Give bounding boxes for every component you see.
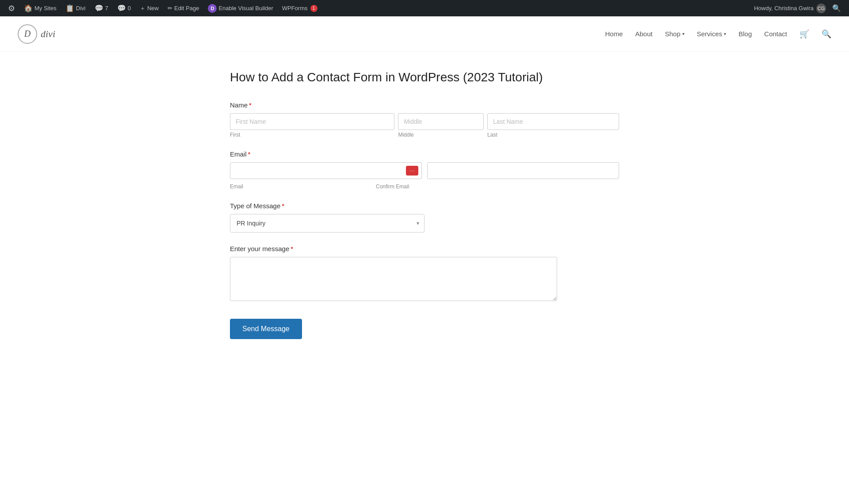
spam-link[interactable]: 💬 0 [114,0,134,16]
confirm-email-input[interactable] [427,162,619,179]
name-label-text: Name [230,101,248,109]
nav-blog[interactable]: Blog [738,30,752,38]
avatar: CG [816,4,826,13]
nav-contact-label: Contact [764,30,787,38]
wpforms-badge: 1 [310,5,317,12]
nav-services[interactable]: Services ▾ [697,30,727,38]
type-required-star: * [282,202,284,210]
nav-home-label: Home [605,30,623,38]
services-chevron-icon: ▾ [724,31,726,36]
email-section: Email* ··· Email Confirm Email [230,150,619,190]
nav-services-label: Services [697,30,723,38]
email-autofill-icon: ··· [409,168,415,173]
nav-blog-label: Blog [738,30,752,38]
first-sublabel: First [230,132,394,138]
comments-icon: 💬 [95,4,103,12]
comments-count: 7 [105,5,108,11]
nav-about[interactable]: About [635,30,652,38]
site-logo[interactable]: D divi [18,24,55,44]
divi-circle-icon: D [208,4,217,13]
last-name-wrap: Last [487,113,619,138]
last-name-input[interactable] [487,113,619,130]
message-label-text: Enter your message [230,245,289,252]
divi-icon: 📋 [65,4,74,12]
edit-page-label: Edit Page [174,5,199,11]
email-label: Email* [230,150,619,158]
confirm-email-wrap [427,162,619,179]
page-title: How to Add a Contact Form in WordPress (… [230,69,619,85]
wp-logo-link[interactable]: ⚙ [4,0,19,16]
wpforms-link[interactable]: WPForms 1 [279,0,321,16]
email-field-wrap: ··· [230,162,422,179]
spam-icon: 💬 [117,4,126,12]
type-select-wrap: PR Inquiry General Inquiry Support ▾ [230,214,424,233]
middle-sublabel: Middle [398,132,484,138]
new-link[interactable]: ＋ New [136,0,162,16]
divi-link[interactable]: 📋 Divi [62,0,89,16]
name-fields-row: First Middle Last [230,113,619,138]
last-sublabel: Last [487,132,619,138]
cart-icon[interactable]: 🛒 [799,29,809,39]
shop-chevron-icon: ▾ [682,31,685,36]
contact-form: Name* First Middle Last Email* [230,101,619,339]
type-label-text: Type of Message [230,202,280,210]
email-label-text: Email [230,150,247,158]
admin-search-icon[interactable]: 🔍 [829,4,845,12]
name-required-star: * [249,101,252,109]
user-greeting: Howdy, Christina Gwira [754,5,814,11]
new-label: New [147,5,159,11]
nav-about-label: About [635,30,652,38]
logo-circle: D [18,24,37,44]
main-nav: Home About Shop ▾ Services ▾ Blog Contac… [605,29,831,39]
email-sublabels: Email Confirm Email [230,182,522,190]
divi-label: Divi [76,5,86,11]
search-icon[interactable]: 🔍 [822,29,831,39]
nav-shop-label: Shop [665,30,681,38]
wp-logo-icon: ⚙ [8,4,15,13]
my-sites-link[interactable]: 🏠 My Sites [20,0,60,16]
site-header: D divi Home About Shop ▾ Services ▾ Blog… [0,16,849,52]
message-required-star: * [291,245,293,252]
email-fields-row: ··· [230,162,619,179]
main-content: How to Add a Contact Form in WordPress (… [212,69,637,339]
new-icon: ＋ [140,4,145,12]
submit-label: Send Message [242,325,290,332]
email-input[interactable] [230,162,422,179]
logo-letter: D [24,29,31,39]
nav-contact[interactable]: Contact [764,30,787,38]
email-sublabel: Email [230,183,376,190]
visual-builder-label: Enable Visual Builder [218,5,273,11]
type-section: Type of Message* PR Inquiry General Inqu… [230,202,619,233]
email-autofill-button[interactable]: ··· [406,166,418,176]
first-name-input[interactable] [230,113,394,130]
nav-home[interactable]: Home [605,30,623,38]
submit-button[interactable]: Send Message [230,319,302,339]
logo-text: divi [41,28,55,40]
middle-name-input[interactable] [398,113,484,130]
message-label: Enter your message* [230,245,619,252]
nav-shop[interactable]: Shop ▾ [665,30,685,38]
email-required-star: * [248,150,251,158]
my-sites-icon: 🏠 [24,4,33,12]
message-section: Enter your message* [230,245,619,303]
admin-bar: ⚙ 🏠 My Sites 📋 Divi 💬 7 💬 0 ＋ New ✏ [0,0,849,16]
visual-builder-link[interactable]: D Enable Visual Builder [204,0,276,16]
edit-page-icon: ✏ [168,5,172,11]
wpforms-label: WPForms [282,5,308,11]
my-sites-label: My Sites [34,5,57,11]
spam-count: 0 [128,5,131,11]
message-textarea[interactable] [230,257,557,301]
type-label: Type of Message* [230,202,619,210]
admin-bar-right: Howdy, Christina Gwira CG 🔍 [754,4,845,13]
admin-bar-left: ⚙ 🏠 My Sites 📋 Divi 💬 7 💬 0 ＋ New ✏ [4,0,754,16]
confirm-email-sublabel: Confirm Email [376,183,522,190]
edit-page-link[interactable]: ✏ Edit Page [164,0,203,16]
name-section: Name* First Middle Last [230,101,619,138]
name-label: Name* [230,101,619,109]
type-select[interactable]: PR Inquiry General Inquiry Support [230,214,424,233]
first-name-wrap: First [230,113,394,138]
middle-name-wrap: Middle [398,113,484,138]
comments-link[interactable]: 💬 7 [91,0,112,16]
